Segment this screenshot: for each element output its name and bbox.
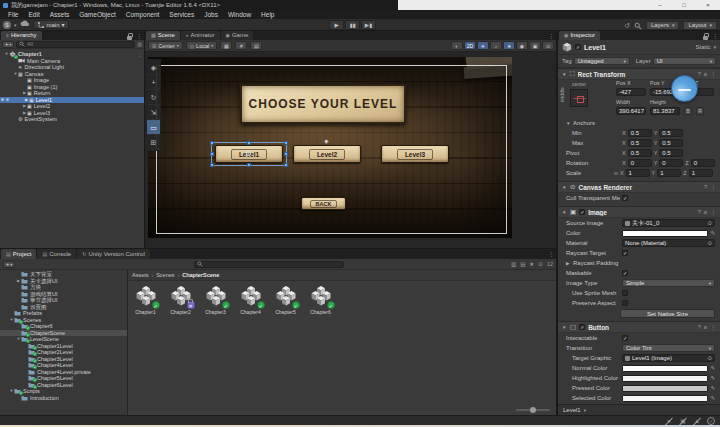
pickability-icon[interactable] (6, 98, 9, 101)
asset-chapter2[interactable]: ✕Chapter2 (163, 284, 198, 315)
image-enabled-checkbox[interactable]: ✓ (579, 209, 585, 215)
maskable-checkbox[interactable]: ✓ (622, 270, 628, 276)
blueprint-mode-button[interactable]: B (684, 107, 692, 115)
create-asset-button[interactable]: +▾ (3, 261, 15, 268)
presets-icon[interactable]: ≡ (704, 71, 707, 77)
button-header[interactable]: ▼ ▢ ✓ Button ? ≡ ⋮ (558, 321, 720, 333)
favorite-search-icon[interactable]: ★ (529, 261, 534, 267)
scale-y-field[interactable]: 1 (657, 169, 681, 177)
audio-toggle[interactable]: ♪ (490, 41, 502, 50)
menu-help[interactable]: Help (256, 10, 279, 19)
help-icon[interactable]: ? (698, 209, 701, 215)
eyedropper-icon[interactable]: ✎ (710, 365, 715, 371)
branch-selector[interactable]: main ▾ (33, 20, 69, 29)
panel-menu-icon[interactable]: ⋮ (548, 250, 554, 258)
level-button-level3[interactable]: Level3 (381, 145, 449, 163)
set-native-size-button[interactable]: Set Native Size (620, 309, 715, 318)
tab-console[interactable]: ▤Console (37, 249, 76, 259)
collab-sync-off-icon[interactable]: ▲ (693, 417, 701, 425)
panel-menu-icon[interactable]: ⋮ (548, 32, 554, 40)
image-type-dropdown[interactable]: Simple (622, 279, 715, 287)
object-picker-icon[interactable]: ⊙ (707, 355, 712, 361)
tab-unity-version-control[interactable]: ↻Unity Version Control (77, 249, 150, 259)
normal-color-swatch[interactable] (622, 365, 708, 372)
view-tool-icon[interactable]: ◈ (147, 60, 160, 75)
menu-edit[interactable]: Edit (23, 10, 44, 19)
tab-scene[interactable]: ▦Scene (146, 31, 180, 40)
object-picker-icon[interactable]: ⊙ (707, 240, 712, 246)
account-avatar[interactable]: S (3, 21, 11, 29)
active-checkbox[interactable]: ✓ (575, 44, 581, 50)
level-button-level2[interactable]: Level2 (293, 145, 361, 163)
camera-settings-dropdown[interactable]: ▣ (529, 41, 541, 50)
cloud-icon[interactable] (20, 19, 30, 30)
pivot-y-field[interactable]: 0.5 (659, 149, 683, 157)
asset-chapter4[interactable]: ✓Chapter4 (233, 284, 268, 315)
pos-x-field[interactable]: -427 (616, 88, 646, 96)
menu-window[interactable]: Window (223, 10, 256, 19)
tab-inspector[interactable]: ◉ Inspector (559, 31, 600, 40)
tab-project[interactable]: ▤Project (1, 249, 36, 259)
layers-dropdown[interactable]: Layers▾ (646, 21, 680, 30)
menu-services[interactable]: Services (164, 10, 199, 19)
hierarchy-filter-icon[interactable]: ▥ (137, 40, 142, 48)
effects-dropdown[interactable]: ∗ (503, 41, 515, 50)
presets-icon[interactable]: ≡ (704, 324, 707, 330)
tag-dropdown[interactable]: Untagged (574, 57, 630, 65)
source-image-field[interactable]: 关卡-01_0 ⊙ (622, 219, 715, 227)
cull-transparent-checkbox[interactable]: ✓ (622, 195, 628, 201)
rotation-z-field[interactable]: 0 (691, 159, 715, 167)
step-button[interactable]: ▶▮ (361, 20, 376, 30)
presets-icon[interactable]: ≡ (704, 209, 707, 215)
scale-z-field[interactable]: 1 (689, 169, 713, 177)
max-x-field[interactable]: 0.5 (628, 139, 652, 147)
canvas-renderer-header[interactable]: ▼ ⊙ Canvas Renderer ? ⋮ (558, 181, 720, 193)
min-y-field[interactable]: 0.5 (659, 129, 683, 137)
increment-snap-icon[interactable]: # (235, 41, 247, 50)
preserve-aspect-checkbox[interactable] (622, 300, 628, 306)
minimize-button[interactable]: – (648, 0, 672, 10)
component-menu-icon[interactable]: ⋮ (710, 323, 716, 331)
target-graphic-field[interactable]: Level1 (Image) ⊙ (622, 354, 715, 362)
gizmos-dropdown[interactable]: ⊙ (542, 41, 554, 50)
account-chevron-icon[interactable]: ▾ (14, 22, 17, 28)
foldout-icon[interactable]: ▼ (562, 185, 567, 190)
eyedropper-icon[interactable]: ✎ (710, 395, 715, 401)
menu-file[interactable]: File (3, 10, 23, 19)
raycast-target-checkbox[interactable]: ✓ (622, 250, 628, 256)
gameobject-name[interactable]: Level1 (584, 44, 692, 51)
tool-handle-pivot-dropdown[interactable]: ⊞ Center▾ (148, 41, 183, 50)
move-tool-icon[interactable]: + (147, 75, 160, 90)
project-folder-introduction[interactable]: Introduction (0, 395, 127, 402)
visibility-eye-icon[interactable] (1, 98, 4, 101)
play-button[interactable]: ▶ (329, 20, 344, 30)
rotation-y-field[interactable]: 0 (659, 159, 683, 167)
component-menu-icon[interactable]: ⋮ (710, 183, 716, 191)
tab-hierarchy[interactable]: ≡ Hierarchy (1, 31, 42, 40)
object-picker-icon[interactable]: ⊙ (707, 220, 712, 226)
eyedropper-icon[interactable]: ✎ (710, 230, 715, 236)
menu-assets[interactable]: Assets (45, 10, 75, 19)
eyedropper-icon[interactable]: ✎ (710, 385, 715, 391)
breadcrumb-assets[interactable]: Assets (132, 272, 149, 278)
maximize-button[interactable]: □ (672, 0, 696, 10)
component-menu-icon[interactable]: ⋮ (710, 70, 716, 78)
sprite-mesh-checkbox[interactable] (622, 290, 628, 296)
button-enabled-checkbox[interactable]: ✓ (579, 324, 585, 330)
assetbundle-label[interactable]: Level1 (563, 407, 581, 413)
anchors-foldout-row[interactable]: ▼ Anchors (558, 118, 720, 128)
pivot-x-field[interactable]: 0.5 (628, 149, 652, 157)
color-swatch[interactable] (622, 230, 708, 237)
image-header[interactable]: ▼ ▣ ✓ Image ? ≡ ⋮ (558, 206, 720, 218)
tab-game[interactable]: ◉Game (221, 31, 254, 40)
rotation-x-field[interactable]: 0 (628, 159, 652, 167)
interactable-checkbox[interactable]: ✓ (622, 335, 628, 341)
filter-by-label-icon[interactable]: ▤ (520, 261, 525, 267)
pause-button[interactable]: ▮▮ (345, 20, 360, 30)
hierarchy-item-eventsystem[interactable]: ⚙EventSystem (0, 116, 144, 123)
2d-toggle[interactable]: 2D (464, 41, 476, 50)
layout-dropdown[interactable]: Layout▾ (683, 21, 717, 30)
status-ok-icon[interactable]: ✓ (707, 417, 715, 425)
level-button-level1[interactable]: Level1 (215, 145, 283, 163)
help-icon[interactable]: ? (704, 184, 707, 190)
